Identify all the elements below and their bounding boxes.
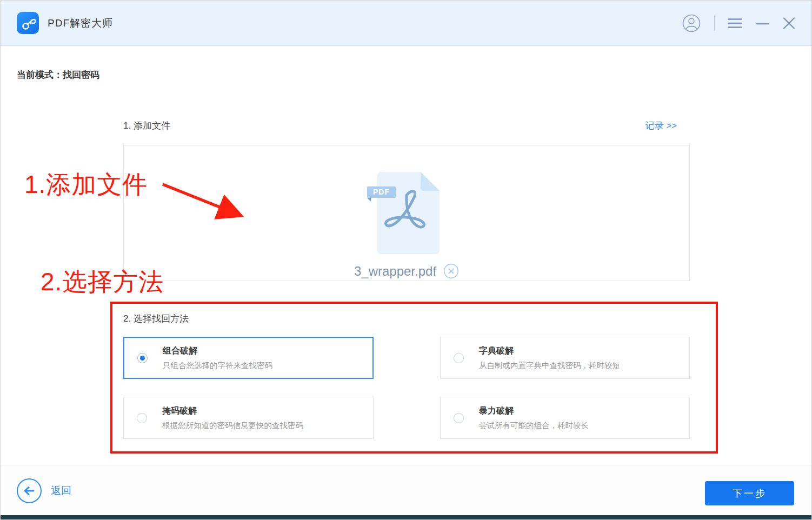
title-bar: PDF解密大师: [1, 1, 811, 46]
app-window: PDF解密大师: [0, 0, 812, 520]
file-name: 3_wrapper.pdf: [354, 264, 436, 279]
pdf-badge: PDF: [367, 186, 396, 198]
app-title: PDF解密大师: [48, 16, 113, 30]
method-card-combination[interactable]: 组合破解 只组合您选择的字符来查找密码: [123, 337, 374, 379]
radio-unselected-icon[interactable]: [454, 413, 464, 423]
minimize-icon[interactable]: [756, 17, 769, 30]
app-logo: [17, 12, 39, 34]
circle-arrow-left-icon: [17, 478, 42, 503]
method-desc: 从自制或内置字典中查找密码，耗时较短: [479, 361, 620, 371]
add-file-section-title: 1. 添加文件: [123, 119, 170, 132]
add-file-header: 1. 添加文件 记录 >>: [123, 119, 690, 132]
annotation-step1-text: 1.添加文件: [24, 168, 148, 202]
menu-icon[interactable]: [728, 17, 742, 30]
close-icon[interactable]: [783, 17, 795, 30]
method-card-dictionary[interactable]: 字典破解 从自制或内置字典中查找密码，耗时较短: [440, 337, 690, 379]
method-name: 掩码破解: [162, 405, 303, 417]
annotation-step2-text: 2.选择方法: [41, 265, 164, 299]
radio-unselected-icon[interactable]: [137, 413, 147, 423]
red-arrow-icon: [158, 178, 250, 222]
pdf-file-icon: PDF: [373, 171, 440, 255]
file-item: 3_wrapper.pdf: [354, 263, 459, 279]
radio-unselected-icon[interactable]: [454, 353, 464, 363]
method-desc: 只组合您选择的字符来查找密码: [163, 361, 272, 371]
current-mode-label: 当前模式：找回密码: [17, 69, 99, 81]
method-section-title: 2. 选择找回方法: [123, 312, 189, 325]
window-bottom-edge: [1, 515, 811, 519]
method-name: 字典破解: [479, 345, 620, 357]
remove-file-button[interactable]: [443, 263, 459, 279]
footer-bar: 返回 下一步: [1, 465, 811, 516]
back-button-label: 返回: [51, 484, 71, 498]
method-desc: 尝试所有可能的组合，耗时较长: [479, 421, 589, 431]
method-card-bruteforce[interactable]: 暴力破解 尝试所有可能的组合，耗时较长: [440, 397, 690, 439]
method-card-mask[interactable]: 掩码破解 根据您所知道的密码信息更快的查找密码: [123, 397, 374, 439]
radio-selected-icon[interactable]: [137, 353, 148, 363]
method-name: 暴力破解: [479, 405, 589, 417]
records-link[interactable]: 记录 >>: [645, 119, 690, 132]
method-desc: 根据您所知道的密码信息更快的查找密码: [162, 421, 303, 431]
pdf-document-icon: [373, 171, 440, 255]
circle-x-icon: [443, 263, 459, 279]
next-button[interactable]: 下一步: [705, 481, 794, 505]
back-button[interactable]: 返回: [17, 478, 71, 503]
method-name: 组合破解: [163, 345, 272, 357]
key-magnifier-icon: [21, 16, 36, 31]
titlebar-divider: [714, 16, 715, 31]
account-icon[interactable]: [682, 14, 701, 33]
